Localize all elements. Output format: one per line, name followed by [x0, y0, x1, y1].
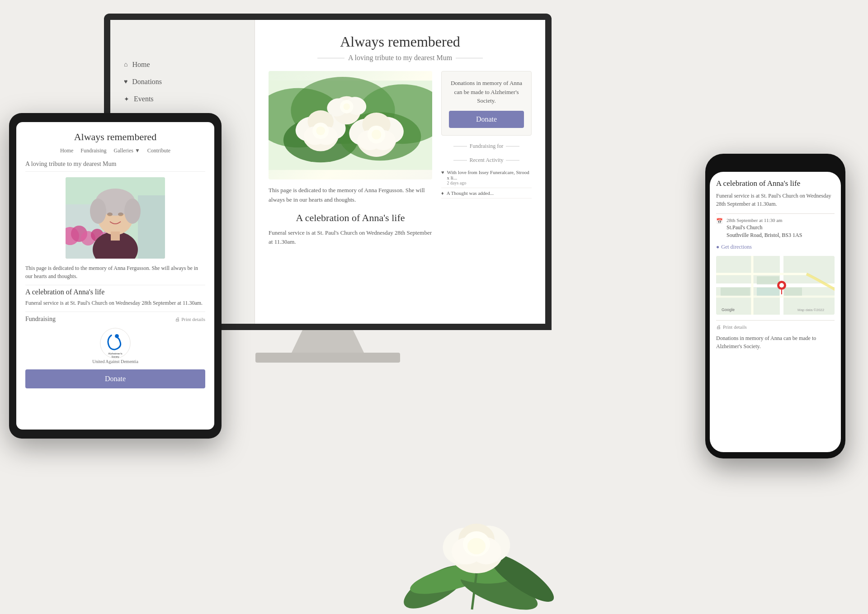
desktop-description: This page is dedicated to the memory of …	[269, 186, 432, 205]
activity-item-2: ♦ A Thought was added...	[441, 188, 532, 198]
tablet-print[interactable]: 🖨 Print details	[175, 316, 205, 322]
phone-page-title: A celebration of Anna's life	[716, 179, 835, 188]
svg-point-52	[124, 198, 141, 224]
activity-time-1: 2 days ago	[447, 180, 532, 185]
phone-event-address: Southville Road, Bristol, BS3 1AS	[726, 231, 802, 239]
desktop-right-panel: Donations in memory of Anna can be made …	[441, 71, 532, 247]
rose-decoration	[363, 460, 599, 614]
svg-point-26	[316, 126, 325, 135]
svg-point-53	[107, 213, 113, 216]
fundraising-label: Fundraising for	[441, 143, 532, 150]
svg-point-57	[115, 334, 119, 338]
heart-icon: ♥	[124, 78, 127, 85]
diamond-activity-icon: ♦	[441, 190, 444, 196]
phone-event-location: St.Paul's Church	[726, 224, 802, 231]
tablet-celebration-title: A celebration of Anna's life	[25, 285, 205, 296]
activity-text-2: A Thought was added...	[447, 190, 494, 196]
phone-screen: A celebration of Anna's life Funeral ser…	[710, 172, 841, 452]
star-icon: ✦	[124, 95, 129, 103]
phone-print-icon: 🖨	[716, 324, 721, 330]
activity-item-1: ♥ With love from Issey Funeralcare, Stro…	[441, 167, 532, 188]
celebration-text: Funeral service is at St. Paul's Church …	[269, 228, 432, 247]
phone: A celebration of Anna's life Funeral ser…	[705, 154, 845, 458]
home-icon: ⌂	[124, 61, 127, 68]
phone-event-row: 📅 28th September at 11:30 am St.Paul's C…	[716, 217, 835, 239]
svg-point-39	[343, 103, 350, 110]
tablet-hero-image	[66, 177, 165, 259]
phone-notch	[757, 160, 793, 170]
page-title: Always remembered	[269, 33, 532, 50]
alzheimer-logo: Alzheimer's Society United Against Demen…	[25, 327, 205, 364]
nav-donations[interactable]: ♥ Donations	[124, 73, 241, 90]
desktop-main: Always remembered A loving tribute to my…	[255, 20, 545, 324]
svg-text:Google: Google	[722, 307, 735, 312]
svg-point-72	[779, 283, 784, 288]
tablet-screen: Always remembered Home Fundraising Galle…	[16, 122, 214, 430]
svg-rect-67	[757, 276, 779, 284]
svg-text:Map data ©2022: Map data ©2022	[797, 308, 825, 312]
phone-print[interactable]: 🖨 Print details	[716, 324, 835, 330]
tablet-page-title: Always remembered	[25, 131, 205, 143]
donate-box: Donations in memory of Anna can be made …	[441, 71, 532, 136]
phone-divider-1	[716, 213, 835, 214]
svg-rect-55	[111, 231, 120, 241]
calendar-icon: 📅	[716, 218, 723, 225]
activity-text-1: With love from Issey Funeralcare, Strood…	[447, 170, 532, 180]
tablet: Always remembered Home Fundraising Galle…	[9, 113, 222, 439]
svg-point-51	[90, 198, 106, 224]
tablet-description: This page is dedicated to the memory of …	[25, 264, 205, 280]
phone-donation-text: Donations in memory of Anna can be made …	[716, 334, 835, 350]
phone-frame: A celebration of Anna's life Funeral ser…	[705, 154, 845, 458]
svg-point-12	[467, 538, 486, 554]
tablet-nav-contribute[interactable]: Contribute	[147, 147, 170, 154]
monitor-stand	[292, 330, 364, 353]
tablet-fundraising-title: Fundraising	[25, 316, 56, 323]
phone-subtitle: Funeral service is at St. Paul's Church …	[716, 192, 835, 208]
celebration-title: A celebration of Anna's life	[269, 212, 432, 224]
alz-charity-subtitle: United Against Dementia	[92, 359, 138, 364]
page-subtitle: A loving tribute to my dearest Mum	[269, 54, 532, 62]
phone-directions[interactable]: ● Get directions	[716, 244, 835, 250]
desktop-content-left: This page is dedicated to the memory of …	[269, 71, 432, 247]
svg-rect-68	[784, 288, 802, 296]
svg-point-54	[118, 213, 123, 216]
nav-events[interactable]: ✦ Events	[124, 90, 241, 108]
phone-map[interactable]: Google Map data ©2022	[716, 256, 835, 315]
tablet-nav: Home Fundraising Galleries ▼ Contribute	[25, 147, 205, 154]
tablet-donate-button[interactable]: Donate	[25, 369, 205, 388]
donate-button[interactable]: Donate	[449, 111, 524, 128]
svg-rect-69	[721, 288, 750, 296]
tablet-nav-galleries[interactable]: Galleries ▼	[114, 147, 140, 154]
nav-home[interactable]: ⌂ Home	[124, 56, 241, 73]
svg-point-34	[372, 130, 381, 139]
tablet-frame: Always remembered Home Fundraising Galle…	[9, 113, 222, 439]
phone-divider-2	[716, 320, 835, 321]
monitor-base	[255, 353, 400, 363]
tablet-celebration-text: Funeral service is at St. Paul's Church …	[25, 299, 205, 307]
svg-text:Alzheimer's: Alzheimer's	[108, 352, 122, 355]
tablet-subtitle: A loving tribute to my dearest Mum	[25, 161, 205, 172]
svg-rect-42	[138, 195, 165, 259]
tablet-fundraising-header: Fundraising 🖨 Print details	[25, 312, 205, 323]
svg-text:Society: Society	[111, 355, 119, 358]
directions-icon: ●	[716, 244, 719, 250]
hero-image	[269, 71, 432, 179]
phone-event-date: 28th September at 11:30 am	[726, 217, 802, 223]
heart-activity-icon: ♥	[441, 170, 444, 175]
recent-activity-label: Recent Activity	[441, 157, 532, 164]
donate-description: Donations in memory of Anna can be made …	[449, 79, 524, 105]
svg-rect-70	[757, 288, 779, 296]
tablet-nav-home[interactable]: Home	[60, 147, 73, 154]
tablet-nav-fundraising[interactable]: Fundraising	[80, 147, 106, 154]
